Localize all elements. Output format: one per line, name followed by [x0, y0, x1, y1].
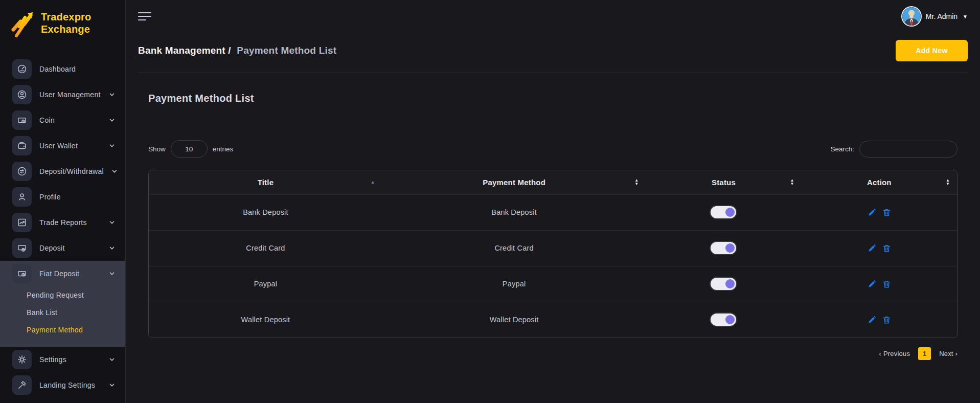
payment-method-table: Title▲Payment Method▲▼Status▲▼Action▲▼ B… [148, 170, 958, 338]
person-icon [12, 187, 32, 207]
chevron-down-icon [109, 245, 115, 251]
status-toggle[interactable] [711, 278, 736, 290]
payment-method-card: Payment Method List Show 10 entries Sear… [138, 73, 968, 360]
sidebar-item-label: Fiat Deposit [39, 270, 101, 278]
main-area: Mr. Admin ▼ Bank Management / Payment Me… [126, 0, 980, 403]
sidebar-subitem-pending-request[interactable]: Pending Request [0, 286, 125, 304]
row-title: Paypal [149, 266, 382, 302]
row-payment-method: Paypal [382, 266, 646, 302]
sidebar-item-deposit-withdrawal[interactable]: Deposit/Withdrawal [0, 159, 125, 184]
search-input[interactable] [859, 141, 958, 158]
breadcrumb-page: Payment Method List [237, 45, 336, 56]
delete-icon[interactable] [882, 208, 891, 217]
table-row: Credit CardCredit Card [149, 230, 957, 266]
avatar [902, 7, 921, 26]
status-toggle[interactable] [711, 314, 736, 326]
column-header-title[interactable]: Title▲ [149, 170, 382, 194]
chevron-down-icon [109, 356, 115, 363]
toggle-knob [725, 208, 735, 217]
sidebar-subitem-bank-list[interactable]: Bank List [0, 304, 125, 321]
pagination: ‹ Previous 1 Next › [148, 347, 958, 360]
table-header-row: Title▲Payment Method▲▼Status▲▼Action▲▼ [149, 170, 957, 194]
sidebar-item-coin[interactable]: Coin [0, 107, 125, 133]
row-title: Wallet Deposit [149, 302, 382, 338]
entries-select[interactable]: 10 [171, 140, 208, 158]
chart-icon [12, 213, 32, 232]
sidebar-item-user-wallet[interactable]: User Wallet [0, 133, 125, 159]
banknote-icon [12, 264, 32, 283]
pagination-next[interactable]: Next › [939, 350, 958, 357]
banknote-icon [12, 110, 32, 130]
add-new-button[interactable]: Add New [896, 40, 968, 61]
page-title: Payment Method List [148, 93, 958, 104]
user-circle-icon [12, 85, 32, 104]
sidebar-item-dashboard[interactable]: Dashboard [0, 56, 125, 82]
sidebar-item-fiat-deposit[interactable]: Fiat Deposit [0, 261, 125, 286]
brand-name-line2: Exchange [41, 23, 92, 35]
brand-logo-icon [8, 7, 38, 39]
swap-icon [12, 162, 32, 181]
delete-icon[interactable] [882, 280, 891, 288]
row-payment-method: Credit Card [382, 230, 646, 266]
chevron-down-icon [109, 219, 115, 226]
topbar: Mr. Admin ▼ [138, 0, 968, 29]
brand-name-line1: Tradexpro [41, 11, 92, 23]
toggle-knob [725, 243, 735, 253]
sort-icon[interactable]: ▲▼ [790, 178, 794, 186]
user-menu[interactable]: Mr. Admin ▼ [902, 7, 968, 26]
sidebar-item-label: Settings [39, 355, 101, 364]
brand-logo[interactable]: Tradexpro Exchange [0, 0, 125, 39]
toggle-knob [725, 315, 735, 324]
pagination-current-page[interactable]: 1 [918, 347, 931, 360]
sidebar-item-label: Landing Settings [39, 381, 101, 389]
user-name: Mr. Admin [926, 12, 958, 20]
column-header-payment-method[interactable]: Payment Method▲▼ [382, 170, 646, 194]
sort-icon[interactable]: ▲▼ [634, 178, 639, 186]
delete-icon[interactable] [882, 316, 891, 324]
toggle-knob [725, 279, 735, 288]
pagination-previous[interactable]: ‹ Previous [879, 350, 910, 357]
sidebar-item-label: Profile [39, 193, 115, 201]
edit-icon[interactable] [868, 244, 876, 253]
edit-icon[interactable] [868, 280, 876, 288]
sidebar-item-profile[interactable]: Profile [0, 184, 125, 210]
sidebar-item-landing-settings[interactable]: Landing Settings [0, 372, 125, 398]
delete-icon[interactable] [882, 244, 891, 253]
entries-label: entries [213, 145, 234, 153]
column-header-action[interactable]: Action▲▼ [802, 170, 957, 194]
sort-icon[interactable]: ▲▼ [946, 178, 950, 186]
sidebar-item-user-management[interactable]: User Management [0, 82, 125, 107]
chevron-down-icon [109, 143, 115, 149]
sort-asc-icon[interactable]: ▲ [371, 181, 375, 184]
row-payment-method: Bank Deposit [382, 194, 646, 230]
row-payment-method: Wallet Deposit [382, 302, 646, 338]
wallet-icon [12, 136, 32, 155]
sidebar-item-label: User Wallet [39, 142, 101, 150]
breadcrumb-section: Bank Management / [138, 45, 231, 56]
row-title: Credit Card [149, 230, 382, 266]
hamburger-menu-icon[interactable] [138, 10, 151, 23]
sidebar-item-label: Dashboard [39, 65, 115, 73]
sidebar-item-label: Trade Reports [39, 218, 101, 227]
table-row: Bank DepositBank Deposit [149, 194, 957, 230]
edit-icon[interactable] [868, 208, 876, 217]
edit-icon[interactable] [868, 316, 876, 324]
user-caret-icon: ▼ [963, 14, 968, 19]
table-controls: Show 10 entries Search: [148, 140, 958, 158]
status-toggle[interactable] [711, 206, 736, 218]
sidebar-item-deposit[interactable]: Deposit [0, 235, 125, 261]
sidebar-item-label: Coin [39, 116, 101, 124]
column-header-status[interactable]: Status▲▼ [646, 170, 801, 194]
sidebar-subitem-payment-method[interactable]: Payment Method [0, 321, 125, 339]
show-label: Show [148, 145, 166, 153]
chevron-down-icon [109, 117, 115, 123]
status-toggle[interactable] [711, 242, 736, 254]
gauge-icon [12, 59, 32, 79]
sidebar-item-label: Deposit/Withdrawal [39, 167, 104, 175]
breadcrumb: Bank Management / Payment Method List [138, 45, 336, 56]
sidebar-item-trade-reports[interactable]: Trade Reports [0, 210, 125, 235]
sidebar-item-label: User Management [39, 91, 101, 99]
payment-method-table-body: Bank DepositBank DepositCredit CardCredi… [149, 194, 957, 338]
chevron-down-icon [109, 382, 115, 388]
sidebar-item-settings[interactable]: Settings [0, 347, 125, 372]
